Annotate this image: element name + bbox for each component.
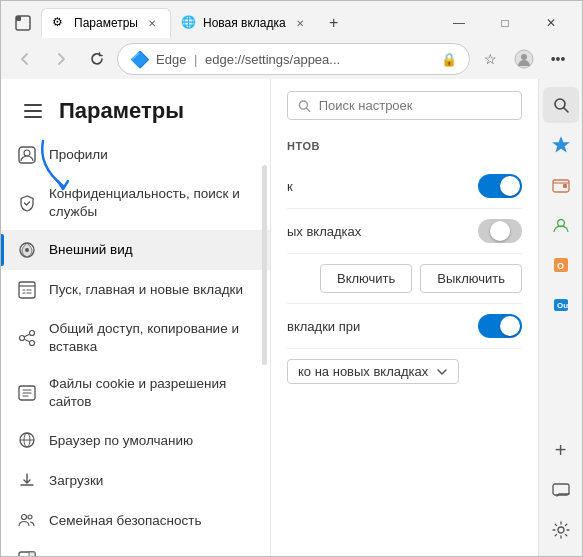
newtab-label: Пуск, главная и новые вкладки <box>49 281 243 299</box>
new-tab-button[interactable]: + <box>320 9 348 37</box>
address-url: edge://settings/appea... <box>205 52 340 67</box>
sidebar-item-profiles[interactable]: Профили <box>1 135 270 175</box>
downloads-icon <box>17 470 37 490</box>
default-label: Браузер по умолчанию <box>49 432 193 450</box>
sidebar-search-icon[interactable] <box>543 87 579 123</box>
svg-point-19 <box>28 515 32 519</box>
svg-point-34 <box>558 527 564 533</box>
svg-line-23 <box>307 108 310 111</box>
svg-text:Ou: Ou <box>557 301 568 310</box>
sidebar-settings-icon[interactable] <box>543 512 579 548</box>
sidebar-item-default[interactable]: Браузер по умолчанию <box>1 420 270 460</box>
svg-point-7 <box>25 248 29 252</box>
toggle-knob-2 <box>490 221 510 241</box>
tab-close-newtab[interactable]: ✕ <box>292 15 308 31</box>
search-input-wrap[interactable] <box>287 91 522 120</box>
select-row: ко на новых вкладках <box>287 349 522 394</box>
edge-label: Edge <box>156 52 186 67</box>
enable-button[interactable]: Включить <box>320 264 412 293</box>
edgebar-icon <box>17 550 37 556</box>
hamburger-button[interactable] <box>17 95 49 127</box>
svg-point-18 <box>22 515 27 520</box>
hamburger-line-3 <box>24 116 42 118</box>
search-input[interactable] <box>319 98 511 113</box>
cookies-icon <box>17 383 37 403</box>
nav-items-list: Профили Конфиденциальность, поиск и служ… <box>1 135 270 556</box>
sidebar-item-appearance[interactable]: Внешний вид <box>1 230 270 270</box>
sidebar-feedback-icon[interactable] <box>543 472 579 508</box>
sidebar-item-downloads[interactable]: Загрузки <box>1 460 270 500</box>
tab-bar: ⚙ Параметры ✕ 🌐 Новая вкладка ✕ + — □ ✕ <box>1 1 582 39</box>
lock-icon: 🔒 <box>441 52 457 67</box>
content-area: НТОВ к ых вкладках <box>271 79 538 556</box>
edgebar-label: Панель Edge <box>49 552 131 557</box>
tab-close-settings[interactable]: ✕ <box>144 15 160 31</box>
toggle-1[interactable] <box>478 174 522 198</box>
hamburger-line-1 <box>24 104 42 106</box>
refresh-button[interactable] <box>81 43 113 75</box>
minimize-button[interactable]: — <box>436 7 482 39</box>
search-bar <box>271 79 538 132</box>
profiles-icon <box>17 145 37 165</box>
forward-button[interactable] <box>45 43 77 75</box>
sidebar-add-icon[interactable]: + <box>543 432 579 468</box>
tab-newtab[interactable]: 🌐 Новая вкладка ✕ <box>171 8 318 38</box>
sidebar-item-newtab[interactable]: Пуск, главная и новые вкладки <box>1 270 270 310</box>
window-controls: — □ ✕ <box>436 7 574 39</box>
svg-text:O: O <box>557 261 564 271</box>
svg-point-10 <box>20 335 25 340</box>
appearance-icon <box>17 240 37 260</box>
sidebar-item-edgebar[interactable]: Панель Edge <box>1 540 270 556</box>
setting-label-4: вкладки при <box>287 319 478 334</box>
setting-row-3: Включить Выключить <box>287 254 522 304</box>
profile-icon[interactable] <box>508 43 540 75</box>
chevron-down-icon <box>436 366 448 378</box>
tab-label-newtab: Новая вкладка <box>203 16 286 30</box>
main-layout: Параметры <box>1 79 582 556</box>
favorites-icon[interactable]: ☆ <box>474 43 506 75</box>
default-icon <box>17 430 37 450</box>
profiles-label: Профили <box>49 146 108 164</box>
back-button[interactable] <box>9 43 41 75</box>
privacy-label: Конфиденциальность, поиск и службы <box>49 185 254 220</box>
close-button[interactable]: ✕ <box>528 7 574 39</box>
family-label: Семейная безопасность <box>49 512 201 530</box>
content-inner: НТОВ к ых вкладках <box>271 132 538 556</box>
nav-bar: 🔷 Edge | edge://settings/appea... 🔒 ☆ ••… <box>1 39 582 79</box>
sidebar-collections-icon[interactable] <box>543 127 579 163</box>
setting-row-4: вкладки при <box>287 304 522 349</box>
more-options-icon[interactable]: ••• <box>542 43 574 75</box>
maximize-button[interactable]: □ <box>482 7 528 39</box>
downloads-label: Загрузки <box>49 472 103 490</box>
sidebar-wallet-icon[interactable] <box>543 167 579 203</box>
svg-rect-1 <box>16 16 21 21</box>
tab-settings[interactable]: ⚙ Параметры ✕ <box>41 8 171 38</box>
address-bar[interactable]: 🔷 Edge | edge://settings/appea... 🔒 <box>117 43 470 75</box>
sidebar-office-icon[interactable]: O <box>543 247 579 283</box>
address-text: Edge | edge://settings/appea... <box>156 52 435 67</box>
section-title: НТОВ <box>287 140 522 152</box>
toggle-4[interactable] <box>478 314 522 338</box>
sidebar-scrollbar[interactable] <box>262 165 267 365</box>
right-sidebar: O Ou + <box>538 79 582 556</box>
button-pair: Включить Выключить <box>320 264 522 293</box>
sidebar-item-sharing[interactable]: Общий доступ, копирование и вставка <box>1 310 270 365</box>
sidebar-profile-icon[interactable] <box>543 207 579 243</box>
sidebar-item-family[interactable]: Семейная безопасность <box>1 500 270 540</box>
address-separator: | <box>194 52 197 67</box>
select-dropdown[interactable]: ко на новых вкладках <box>287 359 459 384</box>
sidebar-item-privacy[interactable]: Конфиденциальность, поиск и службы <box>1 175 270 230</box>
disable-button[interactable]: Выключить <box>420 264 522 293</box>
setting-row-1: к <box>287 164 522 209</box>
toggle-2[interactable] <box>478 219 522 243</box>
cookies-label: Файлы cookie и разрешения сайтов <box>49 375 254 410</box>
sidebar-item-cookies[interactable]: Файлы cookie и разрешения сайтов <box>1 365 270 420</box>
sidebar: Параметры <box>1 79 271 556</box>
sidebar-header: Параметры <box>1 79 270 135</box>
svg-line-13 <box>24 339 29 342</box>
browser-window: ⚙ Параметры ✕ 🌐 Новая вкладка ✕ + — □ ✕ <box>0 0 583 557</box>
sidebar-outlook-icon[interactable]: Ou <box>543 287 579 323</box>
tab-icon-left[interactable] <box>9 9 37 37</box>
sharing-label: Общий доступ, копирование и вставка <box>49 320 254 355</box>
select-value: ко на новых вкладках <box>298 364 428 379</box>
